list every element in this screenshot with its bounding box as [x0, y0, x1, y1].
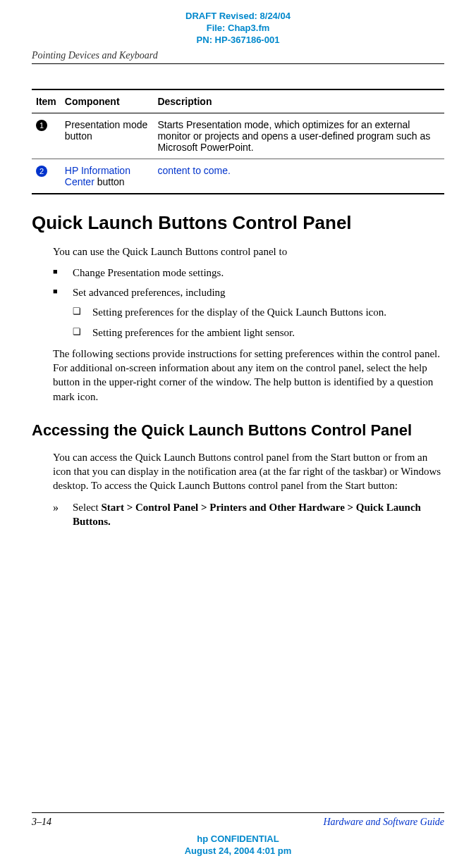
draft-header: DRAFT Revised: 8/24/04 File: Chap3.fm PN…: [32, 11, 444, 46]
confidential-line1: hp CONFIDENTIAL: [32, 833, 444, 845]
heading-quick-launch: Quick Launch Buttons Control Panel: [32, 212, 444, 234]
sub-list-item: Setting preferences for the ambient ligh…: [73, 326, 444, 340]
list-item-text: Set advanced preferences, including: [73, 287, 226, 298]
th-component: Component: [61, 89, 154, 113]
body-paragraph: You can access the Quick Launch Buttons …: [53, 450, 444, 493]
heading-accessing: Accessing the Quick Launch Buttons Contr…: [32, 421, 444, 440]
step-item: Select Start > Control Panel > Printers …: [53, 500, 444, 529]
bullet-list: Change Presentation mode settings. Set a…: [53, 266, 444, 340]
page-number: 3–14: [32, 817, 51, 828]
confidential-notice: hp CONFIDENTIAL August 24, 2004 4:01 pm: [32, 833, 444, 857]
list-item: Set advanced preferences, including Sett…: [53, 285, 444, 340]
step-path: Start > Control Panel > Printers and Oth…: [73, 502, 421, 527]
th-item: Item: [32, 89, 61, 113]
draft-line1: DRAFT Revised: 8/24/04: [32, 11, 444, 23]
sub-list: Setting preferences for the display of t…: [73, 305, 444, 340]
table-row: 2 HP Information Center button content t…: [32, 159, 444, 194]
intro-paragraph: You can use the Quick Launch Buttons con…: [53, 244, 444, 259]
draft-line2: File: Chap3.fm: [32, 23, 444, 35]
description-cell: Starts Presentation mode, which optimize…: [153, 113, 444, 159]
step-prefix: Select: [73, 502, 101, 513]
confidential-line2: August 24, 2004 4:01 pm: [32, 845, 444, 857]
description-cell: content to come.: [153, 159, 444, 194]
footer-rule: [32, 812, 444, 813]
item-cell: 1: [32, 113, 61, 159]
component-table: Item Component Description 1 Presentatio…: [32, 89, 444, 194]
body-paragraph: The following sections provide instructi…: [53, 347, 444, 404]
item-number-icon: 1: [36, 120, 47, 131]
component-cell: HP Information Center button: [61, 159, 154, 194]
step-list: Select Start > Control Panel > Printers …: [53, 500, 444, 529]
guide-title: Hardware and Software Guide: [324, 817, 445, 828]
chapter-title: Pointing Devices and Keyboard: [32, 50, 444, 61]
item-number-icon: 2: [36, 166, 47, 177]
table-row: 1 Presentation mode button Starts Presen…: [32, 113, 444, 159]
component-cell: Presentation mode button: [61, 113, 154, 159]
sub-list-item: Setting preferences for the display of t…: [73, 305, 444, 319]
item-cell: 2: [32, 159, 61, 194]
list-item: Change Presentation mode settings.: [53, 266, 444, 280]
component-suffix: button: [94, 176, 125, 187]
th-description: Description: [153, 89, 444, 113]
page-footer: 3–14 Hardware and Software Guide hp CONF…: [32, 812, 444, 857]
header-rule: [32, 63, 444, 64]
draft-line3: PN: HP-367186-001: [32, 35, 444, 46]
